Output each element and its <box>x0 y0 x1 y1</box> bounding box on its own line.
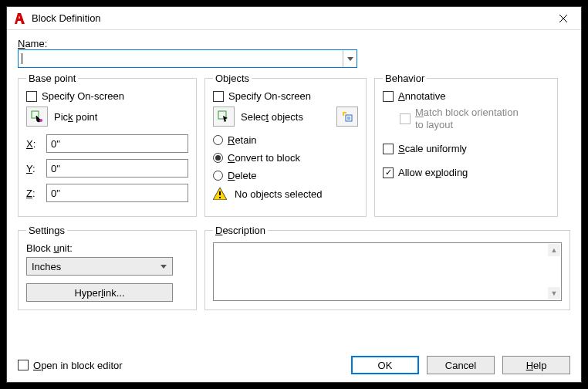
pick-point-button[interactable] <box>26 107 48 127</box>
allow-exploding-label: Allow exploding <box>398 167 468 178</box>
objects-group: Objects Specify On-screen Select objects <box>204 73 367 217</box>
ok-button[interactable]: OK <box>351 356 419 374</box>
behavior-legend: Behavior <box>383 73 427 84</box>
scroll-down-button[interactable]: ▼ <box>548 287 560 299</box>
retain-label: Retain <box>228 134 257 146</box>
specify-onscreen-objects-checkbox[interactable] <box>213 91 224 102</box>
name-label: Name: <box>18 38 570 49</box>
svg-point-1 <box>39 119 42 122</box>
quick-select-button[interactable] <box>336 107 358 127</box>
description-legend: Description <box>213 225 268 236</box>
specify-onscreen-objects-label: Specify On-screen <box>228 90 311 102</box>
chevron-down-icon <box>347 57 353 61</box>
objects-legend: Objects <box>213 73 252 84</box>
svg-rect-6 <box>219 191 221 195</box>
select-objects-label: Select objects <box>241 111 303 123</box>
annotative-label: Annotative <box>398 90 445 102</box>
z-input[interactable] <box>46 184 188 202</box>
svg-rect-3 <box>346 115 352 121</box>
block-unit-select[interactable]: Inches <box>26 257 173 276</box>
svg-rect-7 <box>219 197 221 198</box>
window-title: Block Definition <box>32 12 546 24</box>
scale-uniformly-label: Scale uniformly <box>398 143 467 154</box>
select-objects-button[interactable] <box>213 107 235 127</box>
chevron-down-icon <box>161 265 167 269</box>
match-orientation-checkbox <box>400 113 411 124</box>
hyperlink-button[interactable]: Hyperlink... <box>26 283 173 302</box>
delete-radio[interactable] <box>213 171 223 181</box>
block-unit-value: Inches <box>32 261 61 272</box>
retain-radio[interactable] <box>213 135 223 145</box>
match-orientation-label: Match block orientationto layout <box>415 107 519 130</box>
help-button[interactable]: Help <box>502 356 570 374</box>
pick-point-label: Pick point <box>54 111 97 123</box>
settings-legend: Settings <box>26 225 67 236</box>
description-group: Description ▲ ▼ <box>204 225 570 310</box>
description-textarea[interactable]: ▲ ▼ <box>213 242 562 301</box>
specify-onscreen-basepoint-label: Specify On-screen <box>42 90 124 102</box>
convert-label: Convert to block <box>228 152 300 164</box>
open-in-block-editor-label: Open in block editor <box>33 360 123 371</box>
allow-exploding-checkbox[interactable] <box>383 167 394 178</box>
x-label: X: <box>26 138 39 150</box>
z-label: Z: <box>26 188 39 199</box>
basepoint-group: Base point Specify On-screen Pick point … <box>18 73 197 217</box>
block-unit-dropdown-button[interactable] <box>157 259 171 273</box>
settings-group: Settings Block unit: Inches Hyperlink... <box>18 225 197 310</box>
specify-onscreen-basepoint-checkbox[interactable] <box>26 91 37 102</box>
basepoint-legend: Base point <box>26 73 78 84</box>
objects-status: No objects selected <box>235 188 322 200</box>
y-label: Y: <box>26 163 39 174</box>
block-unit-label: Block unit: <box>26 242 188 254</box>
open-in-block-editor-checkbox[interactable] <box>18 360 29 370</box>
annotative-checkbox[interactable] <box>383 91 394 102</box>
name-input[interactable] <box>22 52 353 66</box>
cancel-button[interactable]: Cancel <box>427 356 495 374</box>
titlebar: Block Definition <box>7 7 581 30</box>
scroll-up-button[interactable]: ▲ <box>548 244 560 256</box>
block-definition-dialog: Block Definition Name: Base point Specif… <box>6 6 582 383</box>
x-input[interactable] <box>46 134 188 153</box>
delete-label: Delete <box>228 170 257 181</box>
y-input[interactable] <box>46 159 188 178</box>
name-combobox[interactable] <box>18 49 357 68</box>
warning-icon <box>213 188 227 200</box>
behavior-group: Behavior Annotative Match block orientat… <box>374 73 558 217</box>
close-button[interactable] <box>546 7 581 30</box>
autocad-icon <box>13 12 27 25</box>
scale-uniformly-checkbox[interactable] <box>383 144 394 154</box>
convert-radio[interactable] <box>213 153 223 163</box>
name-dropdown-button[interactable] <box>343 50 357 67</box>
